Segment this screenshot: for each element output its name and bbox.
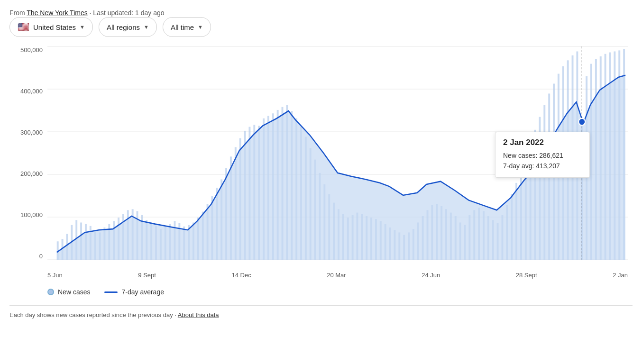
region-label: All regions (107, 23, 140, 31)
y-label-0: 0 (9, 253, 47, 260)
x-label-jan: 2 Jan (613, 272, 628, 279)
x-label-jun1: 5 Jun (47, 272, 63, 279)
x-axis: 5 Jun 9 Sept 14 Dec 20 Mar 24 Jun 28 Sep… (47, 272, 628, 279)
time-filter[interactable]: All time ▼ (163, 17, 211, 37)
about-data-link[interactable]: About this data (178, 311, 219, 318)
filters: 🇺🇸 United States ▼ All regions ▼ All tim… (9, 17, 633, 37)
svg-point-129 (578, 118, 585, 126)
legend-new-cases-label: New cases (58, 288, 90, 296)
flag-icon: 🇺🇸 (18, 21, 29, 33)
legend-avg: 7-day average (104, 288, 164, 296)
x-label-mar: 20 Mar (327, 272, 346, 279)
footer-note: Each day shows new cases reported since … (9, 305, 633, 318)
y-label-500k: 500,000 (9, 46, 47, 54)
area-fill (57, 75, 625, 260)
legend-dot-icon (47, 289, 54, 295)
source-link[interactable]: The New York Times (27, 9, 87, 17)
x-label-dec: 14 Dec (231, 272, 251, 279)
x-label-sept1: 9 Sept (138, 272, 156, 279)
y-label-300k: 300,000 (9, 129, 47, 136)
country-filter[interactable]: 🇺🇸 United States ▼ (9, 17, 93, 37)
header-source: From The New York Times · Last updated: … (9, 9, 633, 17)
x-label-jun2: 24 Jun (422, 272, 440, 279)
legend-new-cases: New cases (47, 288, 90, 296)
region-arrow-icon: ▼ (144, 24, 149, 30)
country-arrow-icon: ▼ (80, 24, 85, 30)
y-axis: 500,000 400,000 300,000 200,000 100,000 … (9, 46, 47, 260)
x-label-sept2: 28 Sept (516, 272, 537, 279)
y-label-400k: 400,000 (9, 88, 47, 95)
y-label-100k: 100,000 (9, 211, 47, 218)
y-label-200k: 200,000 (9, 170, 47, 177)
time-label: All time (171, 23, 194, 31)
region-filter[interactable]: All regions ▼ (99, 17, 157, 37)
legend: New cases 7-day average (9, 288, 633, 296)
chart-plot: 2 Jan 2022 New cases: 286,621 7-day avg:… (47, 46, 628, 260)
chart-container: 500,000 400,000 300,000 200,000 100,000 … (9, 46, 633, 283)
legend-avg-label: 7-day average (121, 288, 164, 296)
time-arrow-icon: ▼ (198, 24, 203, 30)
legend-line-icon (104, 291, 118, 293)
country-label: United States (33, 23, 76, 31)
chart-svg (47, 46, 628, 260)
